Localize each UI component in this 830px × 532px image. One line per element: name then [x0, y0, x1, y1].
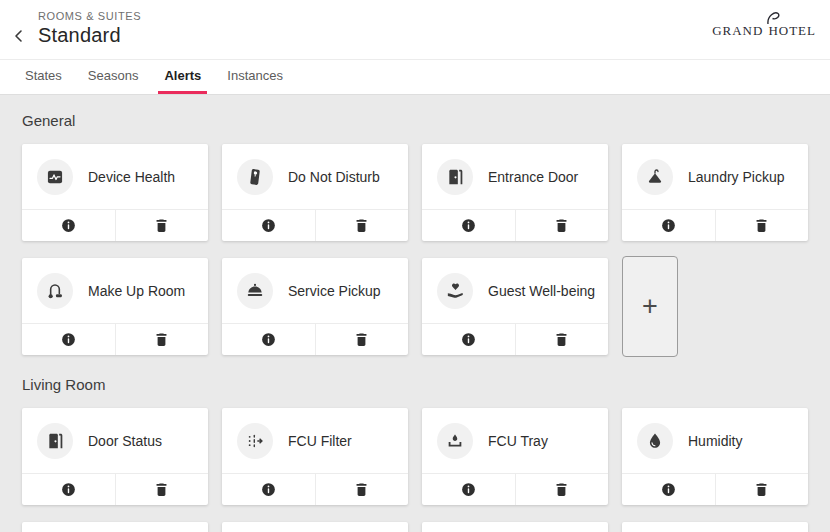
info-button[interactable]	[222, 324, 315, 355]
delete-button[interactable]	[115, 474, 209, 505]
trash-icon	[753, 481, 770, 498]
back-button[interactable]	[8, 25, 30, 47]
alert-card-header: Guest Well-being	[422, 258, 608, 323]
info-icon	[460, 217, 477, 234]
alert-card-actions	[422, 209, 608, 241]
info-icon	[660, 217, 677, 234]
tab-label: Instances	[227, 68, 283, 83]
door-hanger-icon	[237, 159, 273, 195]
trash-icon	[353, 331, 370, 348]
alert-card: Entrance Door	[422, 144, 608, 241]
delete-button[interactable]	[515, 474, 609, 505]
logo-word-grand: Grand	[712, 18, 763, 40]
trash-icon	[353, 481, 370, 498]
delete-button[interactable]	[515, 210, 609, 241]
info-button[interactable]	[222, 474, 315, 505]
info-icon	[460, 331, 477, 348]
info-button[interactable]	[222, 210, 315, 241]
header: ROOMS & SUITES Standard GrandHotel	[0, 0, 830, 60]
alert-card: Do Not Disturb	[222, 144, 408, 241]
tab-alerts[interactable]: Alerts	[158, 60, 207, 94]
trash-icon	[153, 217, 170, 234]
alert-card-partial	[622, 522, 808, 532]
info-icon	[660, 481, 677, 498]
delete-button[interactable]	[115, 210, 209, 241]
alert-card-actions	[422, 473, 608, 505]
vacuum-icon	[37, 273, 73, 309]
delete-button[interactable]	[115, 324, 209, 355]
delete-button[interactable]	[715, 210, 809, 241]
tray-drop-icon	[437, 423, 473, 459]
air-filter-icon	[237, 423, 273, 459]
tab-instances[interactable]: Instances	[221, 60, 289, 94]
info-button[interactable]	[622, 210, 715, 241]
alert-card-label: Device Health	[88, 169, 175, 185]
logo-flourish-icon	[766, 11, 782, 25]
trash-icon	[153, 481, 170, 498]
trash-icon	[553, 217, 570, 234]
alert-card-actions	[422, 323, 608, 355]
tab-seasons[interactable]: Seasons	[82, 60, 145, 94]
device-health-icon	[37, 159, 73, 195]
info-button[interactable]	[422, 210, 515, 241]
alert-card: Guest Well-being	[422, 258, 608, 355]
logo-word-hotel: Hotel	[768, 18, 816, 40]
alert-card: Humidity	[622, 408, 808, 505]
section-title: Living Room	[22, 376, 808, 393]
alert-card-label: Door Status	[88, 433, 162, 449]
info-icon	[260, 331, 277, 348]
alert-card-actions	[22, 323, 208, 355]
chevron-left-icon	[11, 28, 27, 44]
alert-card-label: Do Not Disturb	[288, 169, 380, 185]
door-icon	[437, 159, 473, 195]
delete-button[interactable]	[315, 474, 409, 505]
info-button[interactable]	[22, 210, 115, 241]
plus-icon: +	[642, 291, 658, 322]
delete-button[interactable]	[715, 474, 809, 505]
tab-label: Alerts	[164, 68, 201, 83]
alert-card-actions	[22, 209, 208, 241]
info-icon	[60, 481, 77, 498]
alerts-section: Living Room Door Status FCU Filter	[22, 376, 808, 532]
alert-card-label: Entrance Door	[488, 169, 578, 185]
hotel-logo: GrandHotel	[712, 18, 816, 40]
alert-card-header: Service Pickup	[222, 258, 408, 323]
card-grid: Door Status FCU Filter FCU T	[22, 408, 808, 532]
alert-card-header: FCU Tray	[422, 408, 608, 473]
alert-card-header: Device Health	[22, 144, 208, 209]
tab-label: Seasons	[88, 68, 139, 83]
alert-card-partial	[422, 522, 608, 532]
info-icon	[260, 481, 277, 498]
delete-button[interactable]	[515, 324, 609, 355]
add-alert-card-button[interactable]: +	[622, 256, 678, 357]
alert-card-partial	[222, 522, 408, 532]
alert-card-header: Do Not Disturb	[222, 144, 408, 209]
alert-card-label: Humidity	[688, 433, 742, 449]
delete-button[interactable]	[315, 210, 409, 241]
alert-card-label: Guest Well-being	[488, 283, 595, 299]
info-icon	[60, 331, 77, 348]
alert-card-header: Entrance Door	[422, 144, 608, 209]
info-button[interactable]	[622, 474, 715, 505]
alert-card-header: FCU Filter	[222, 408, 408, 473]
info-icon	[460, 481, 477, 498]
info-icon	[60, 217, 77, 234]
tab-bar: States Seasons Alerts Instances	[0, 60, 830, 95]
info-button[interactable]	[422, 474, 515, 505]
tab-label: States	[25, 68, 62, 83]
cloche-icon	[237, 273, 273, 309]
alert-card-actions	[222, 323, 408, 355]
breadcrumb: ROOMS & SUITES	[38, 10, 814, 22]
tab-states[interactable]: States	[19, 60, 68, 94]
alert-card: FCU Tray	[422, 408, 608, 505]
page-title: Standard	[38, 24, 121, 47]
trash-icon	[353, 217, 370, 234]
alert-card-header: Make Up Room	[22, 258, 208, 323]
info-button[interactable]	[22, 324, 115, 355]
alert-card-actions	[222, 209, 408, 241]
delete-button[interactable]	[315, 324, 409, 355]
info-button[interactable]	[422, 324, 515, 355]
alert-card-actions	[22, 473, 208, 505]
info-button[interactable]	[22, 474, 115, 505]
alert-card: Make Up Room	[22, 258, 208, 355]
